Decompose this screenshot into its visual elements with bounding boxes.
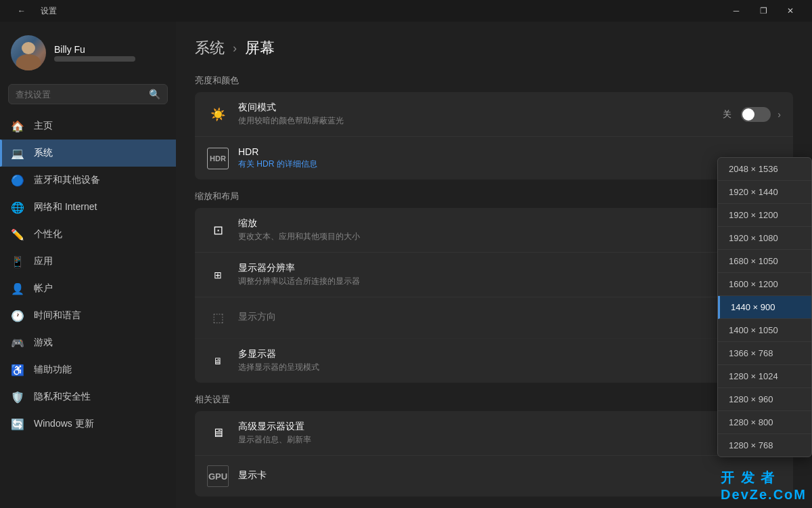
dropdown-item[interactable]: 1280 × 960	[718, 388, 811, 411]
hdr-row[interactable]: HDR HDR 有关 HDR 的详细信息	[195, 137, 793, 179]
advanced-display-row[interactable]: 🖥 高级显示器设置 显示器信息、刷新率 ›	[195, 411, 793, 456]
resolution-sub: 调整分辨率以适合所连接的显示器	[238, 276, 777, 287]
titlebar-controls: ─ ❐ ✕	[723, 0, 804, 22]
sidebar-item-privacy[interactable]: 🛡️ 隐私和安全性	[0, 383, 176, 410]
watermark: 开 发 者 DevZe.CoM	[721, 469, 807, 503]
section-scale-title: 缩放和布局	[195, 190, 793, 203]
nav-icon-apps: 📱	[11, 255, 24, 268]
close-button[interactable]: ✕	[777, 0, 804, 22]
titlebar-title: 设置	[41, 5, 57, 17]
nav-label-update: Windows 更新	[34, 418, 94, 430]
dropdown-item[interactable]: 1920 × 1080	[718, 227, 811, 250]
maximize-button[interactable]: ❐	[750, 0, 777, 22]
nav-icon-network: 🌐	[11, 200, 24, 214]
multi-display-text: 多显示器 选择显示器的呈现模式	[238, 348, 777, 373]
orientation-text: 显示方向	[238, 311, 781, 324]
gpu-title: 显示卡	[238, 469, 781, 482]
night-mode-sub: 使用较暗的颜色帮助屏蔽蓝光	[238, 115, 723, 127]
avatar	[11, 35, 46, 70]
dropdown-item[interactable]: 1280 × 1024	[718, 365, 811, 388]
breadcrumb-current: 屏幕	[245, 38, 275, 58]
dropdown-item[interactable]: 1400 × 1050	[718, 319, 811, 342]
nav-label-apps: 应用	[34, 255, 53, 268]
advanced-display-sub: 显示器信息、刷新率	[238, 434, 777, 446]
resolution-row[interactable]: ⊞ 显示器分辨率 调整分辨率以适合所连接的显示器 ›	[195, 253, 793, 297]
orientation-title: 显示方向	[238, 311, 781, 323]
dropdown-item[interactable]: 1280 × 800	[718, 411, 811, 434]
scale-title: 缩放	[238, 217, 746, 230]
main-content: 系统 › 屏幕 亮度和颜色 ☀️ 夜间模式 使用较暗的颜色帮助屏蔽蓝光 关 ›	[176, 22, 812, 508]
sidebar-item-network[interactable]: 🌐 网络和 Internet	[0, 194, 176, 221]
resolution-dropdown: 2048 × 15361920 × 14401920 × 12001920 × …	[717, 157, 812, 457]
dropdown-item[interactable]: 1366 × 768	[718, 342, 811, 365]
gpu-row[interactable]: GPU 显示卡	[195, 456, 793, 496]
resolution-text: 显示器分辨率 调整分辨率以适合所连接的显示器	[238, 262, 777, 287]
nav-label-gaming: 游戏	[34, 337, 53, 349]
night-mode-title: 夜间模式	[238, 102, 723, 114]
hdr-title: HDR	[238, 146, 781, 157]
advanced-display-title: 高级显示器设置	[238, 421, 777, 433]
night-mode-control: 关 ›	[723, 107, 781, 122]
dropdown-item[interactable]: 1280 × 768	[718, 434, 811, 457]
dropdown-item[interactable]: 1920 × 1200	[718, 204, 811, 227]
breadcrumb-separator: ›	[233, 41, 237, 56]
hdr-text: HDR 有关 HDR 的详细信息	[238, 146, 781, 170]
minimize-button[interactable]: ─	[723, 0, 750, 22]
user-profile[interactable]: Billy Fu	[0, 28, 176, 81]
multi-display-icon: 🖥	[207, 350, 229, 372]
section-related-title: 相关设置	[195, 394, 793, 406]
sidebar-item-time[interactable]: 🕐 时间和语言	[0, 302, 176, 329]
sidebar-item-apps[interactable]: 📱 应用	[0, 248, 176, 275]
dropdown-item[interactable]: 1680 × 1050	[718, 250, 811, 273]
search-bar[interactable]: 🔍	[8, 84, 168, 104]
gpu-text: 显示卡	[238, 469, 781, 483]
sidebar-item-bluetooth[interactable]: 🔵 蓝牙和其他设备	[0, 167, 176, 194]
sidebar-item-access[interactable]: ♿ 辅助功能	[0, 356, 176, 383]
sidebar-item-gaming[interactable]: 🎮 游戏	[0, 329, 176, 356]
night-mode-toggle[interactable]	[741, 107, 771, 122]
titlebar-left: ← 设置	[8, 0, 57, 22]
titlebar: ← 设置 ─ ❐ ✕	[0, 0, 812, 22]
search-input[interactable]	[16, 89, 143, 100]
scale-group: ⊡ 缩放 更改文本、应用和其他项目的大小 100% › ⊞ 显示器分辨率 调整分…	[195, 208, 793, 383]
nav-icon-update: 🔄	[11, 417, 24, 431]
gpu-icon: GPU	[207, 465, 229, 487]
dropdown-item[interactable]: 1600 × 1200	[718, 273, 811, 296]
dropdown-item[interactable]: 1920 × 1440	[718, 181, 811, 204]
night-mode-value: 关	[723, 108, 731, 121]
orientation-icon: ⬚	[207, 307, 229, 329]
nav-icon-home: 🏠	[11, 119, 24, 133]
nav-label-time: 时间和语言	[34, 310, 81, 322]
breadcrumb: 系统 › 屏幕	[195, 38, 793, 58]
scale-row[interactable]: ⊡ 缩放 更改文本、应用和其他项目的大小 100% ›	[195, 208, 793, 253]
dropdown-item[interactable]: 1440 × 900	[718, 296, 811, 319]
user-name: Billy Fu	[54, 44, 135, 55]
scale-icon: ⊡	[207, 219, 229, 241]
sidebar-item-accounts[interactable]: 👤 帐户	[0, 275, 176, 302]
dropdown-item[interactable]: 2048 × 1536	[718, 158, 811, 181]
night-mode-row[interactable]: ☀️ 夜间模式 使用较暗的颜色帮助屏蔽蓝光 关 ›	[195, 92, 793, 137]
nav-icon-personal: ✏️	[11, 228, 24, 241]
back-button[interactable]: ←	[8, 0, 35, 22]
hdr-sub[interactable]: 有关 HDR 的详细信息	[238, 158, 781, 170]
nav-label-accounts: 帐户	[34, 282, 53, 295]
night-mode-chevron: ›	[777, 109, 781, 120]
nav-label-personal: 个性化	[34, 228, 62, 240]
sidebar: Billy Fu 🔍 🏠 主页 💻 系统 🔵 蓝牙和其他设备 🌐 网络和 Int…	[0, 22, 176, 508]
nav-label-network: 网络和 Internet	[34, 201, 97, 213]
advanced-display-icon: 🖥	[207, 423, 229, 444]
scale-text: 缩放 更改文本、应用和其他项目的大小	[238, 217, 746, 242]
sidebar-item-personal[interactable]: ✏️ 个性化	[0, 221, 176, 248]
multi-display-row[interactable]: 🖥 多显示器 选择显示器的呈现模式 ›	[195, 339, 793, 383]
sidebar-item-home[interactable]: 🏠 主页	[0, 112, 176, 140]
nav-list: 🏠 主页 💻 系统 🔵 蓝牙和其他设备 🌐 网络和 Internet ✏️ 个性…	[0, 112, 176, 438]
sidebar-item-system[interactable]: 💻 系统	[0, 140, 176, 167]
scale-sub: 更改文本、应用和其他项目的大小	[238, 231, 746, 242]
nav-label-bluetooth: 蓝牙和其他设备	[34, 174, 100, 186]
app-container: Billy Fu 🔍 🏠 主页 💻 系统 🔵 蓝牙和其他设备 🌐 网络和 Int…	[0, 22, 812, 508]
sidebar-item-update[interactable]: 🔄 Windows 更新	[0, 410, 176, 438]
nav-label-access: 辅助功能	[34, 364, 72, 376]
user-info: Billy Fu	[54, 44, 135, 62]
night-mode-icon: ☀️	[207, 104, 229, 125]
nav-label-home: 主页	[34, 120, 53, 132]
